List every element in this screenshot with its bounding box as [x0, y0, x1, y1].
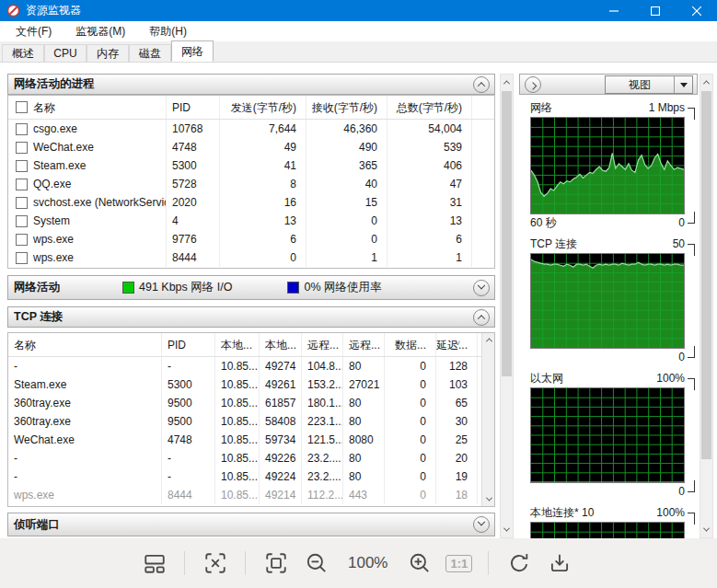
panel-expand-button[interactable] [525, 76, 541, 93]
activity-expand-button[interactable] [473, 280, 490, 296]
network-io-legend: 491 Kbps 网络 I/O [122, 280, 232, 295]
row-checkbox[interactable] [16, 252, 28, 264]
column-header-latency[interactable]: ˅ 延迟... [436, 333, 478, 356]
row-checkbox[interactable] [16, 234, 28, 246]
column-header-pid[interactable]: PID [162, 333, 215, 356]
row-checkbox[interactable] [16, 179, 28, 190]
column-header-pid[interactable]: PID [167, 96, 220, 119]
menu-file[interactable]: 文件(F) [7, 22, 60, 41]
table-row[interactable]: WeChat.exe474849490539 [8, 138, 494, 156]
column-header-remote-port[interactable]: 远程... [343, 333, 385, 356]
tcp-table-header[interactable]: 名称 PID 本地... 本地... 远程... 远程... 数据... ˅ 延… [8, 333, 494, 357]
table-row[interactable]: wps.exe8444011 [8, 248, 494, 267]
local-address: 10.85... [215, 357, 260, 375]
network-io-swatch-icon [122, 282, 134, 294]
window-titlebar[interactable]: 资源监视器 [0, 0, 717, 21]
column-header-total[interactable]: ˅ 总数(字节/秒) [387, 96, 472, 119]
local-connection-graph [530, 522, 685, 538]
close-button[interactable] [676, 0, 717, 21]
zoom-out-icon[interactable] [302, 549, 330, 578]
scroll-down-arrow-icon[interactable] [482, 492, 495, 506]
network-activity-bar[interactable]: 网络活动 491 Kbps 网络 I/O 0% 网络使用率 [7, 275, 495, 300]
process-name: System [33, 212, 70, 230]
network-usage-legend: 0% 网络使用率 [287, 280, 381, 295]
ocr-select-icon[interactable] [201, 549, 229, 578]
processes-table-header[interactable]: 名称 PID 发送(字节/秒) 接收(字节/秒) ˅ 总数(字节/秒) [8, 96, 494, 120]
tab-disk[interactable]: 磁盘 [129, 44, 171, 62]
zoom-in-icon[interactable] [405, 549, 434, 578]
column-header-packet-loss[interactable]: 数据... [385, 333, 436, 356]
tab-overview[interactable]: 概述 [2, 44, 44, 62]
remote-address: 23.2.... [302, 467, 343, 486]
graphs-panel-scrollbar[interactable] [700, 74, 713, 538]
tcp-collapse-button[interactable] [473, 309, 490, 326]
table-row[interactable]: 360tray.exe950010.85...58408223.1...8003… [8, 412, 494, 431]
latency: 30 [436, 412, 478, 431]
process-total: 406 [387, 156, 472, 175]
tcp-table-scrollbar[interactable] [481, 333, 494, 506]
table-row[interactable]: QQ.exe572884047 [8, 175, 494, 193]
table-row[interactable]: System413013 [8, 212, 494, 230]
table-row[interactable]: --10.85...4922623.2....80020 [8, 449, 494, 467]
network-graph-block: 网络 1 Mbps 60 秒 0 [519, 98, 698, 231]
column-header-local-port[interactable]: 本地... [260, 333, 302, 356]
column-header-name[interactable]: 名称 [8, 333, 162, 356]
maximize-button[interactable] [634, 0, 676, 21]
tab-network[interactable]: 网络 [171, 40, 214, 62]
process-receive: 15 [306, 193, 387, 212]
column-header-name[interactable]: 名称 [8, 96, 167, 119]
table-row[interactable]: wps.exe9776606 [8, 230, 494, 248]
graph-scale-label: 50 [673, 235, 685, 253]
scrollbar-thumb[interactable] [701, 91, 711, 459]
scroll-down-arrow-icon[interactable] [501, 523, 513, 536]
table-row[interactable]: wps.exe844410.85...49214112.2...443018 [8, 486, 494, 504]
row-checkbox[interactable] [16, 142, 28, 154]
table-row[interactable]: Steam.exe530041365406 [8, 156, 494, 175]
column-header-receive[interactable]: 接收(字节/秒) [306, 96, 387, 119]
tab-cpu[interactable]: CPU [44, 44, 87, 62]
row-checkbox[interactable] [16, 215, 28, 227]
listening-expand-button[interactable] [473, 516, 490, 533]
latency: 103 [436, 375, 478, 394]
select-all-checkbox[interactable] [16, 101, 28, 113]
row-checkbox[interactable] [16, 123, 28, 135]
column-header-send[interactable]: 发送(字节/秒) [220, 96, 306, 119]
table-row[interactable]: --10.85...49274104.8...800128 [8, 357, 494, 375]
actual-size-button[interactable]: 1:1 [445, 555, 472, 572]
latency: 18 [436, 486, 478, 504]
table-row[interactable]: 360tray.exe950010.85...61857180.1...8006… [8, 394, 494, 412]
download-icon[interactable] [545, 549, 573, 578]
main-panel-scrollbar[interactable] [500, 74, 514, 538]
table-row[interactable]: Steam.exe530010.85...49261153.2...270210… [8, 375, 494, 394]
scroll-up-arrow-icon[interactable] [482, 333, 495, 347]
process-pid: 5300 [167, 156, 220, 175]
view-dropdown-button[interactable]: 视图 [605, 75, 693, 94]
column-header-remote-address[interactable]: 远程... [302, 333, 343, 356]
layout-icon[interactable] [140, 549, 168, 578]
minimize-button[interactable] [593, 0, 634, 21]
table-row[interactable]: svchost.exe (NetworkServic...2020161531 [8, 193, 494, 212]
tab-memory[interactable]: 内存 [87, 44, 129, 62]
scrollbar-thumb[interactable] [502, 91, 512, 376]
dropdown-arrow-icon[interactable] [674, 76, 692, 93]
rotate-icon[interactable] [504, 549, 533, 578]
processes-section-header[interactable]: 网络活动的进程 [7, 74, 495, 95]
process-receive: 365 [306, 156, 387, 175]
processes-collapse-button[interactable] [473, 76, 490, 93]
table-row[interactable]: --10.85...4922423.2....80019 [8, 467, 494, 486]
menu-monitor[interactable]: 监视器(M) [67, 22, 133, 41]
listening-ports-section-header[interactable]: 侦听端口 [7, 513, 495, 536]
tcp-section-header[interactable]: TCP 连接 [7, 306, 495, 328]
column-header-local-address[interactable]: 本地... [215, 333, 260, 356]
table-row[interactable]: csgo.exe107687,64446,36054,004 [8, 120, 494, 138]
menu-help[interactable]: 帮助(H) [141, 22, 195, 41]
scroll-up-arrow-icon[interactable] [501, 75, 513, 89]
row-checkbox[interactable] [16, 197, 28, 209]
crop-fullscreen-icon[interactable] [261, 549, 290, 578]
scroll-up-arrow-icon[interactable] [700, 75, 712, 89]
scroll-down-arrow-icon[interactable] [700, 523, 712, 536]
connection-pid: - [162, 467, 215, 486]
table-row[interactable]: WeChat.exe474810.85...59734121.5...80800… [8, 431, 494, 449]
row-checkbox[interactable] [16, 160, 28, 172]
process-receive: 1 [306, 248, 387, 267]
